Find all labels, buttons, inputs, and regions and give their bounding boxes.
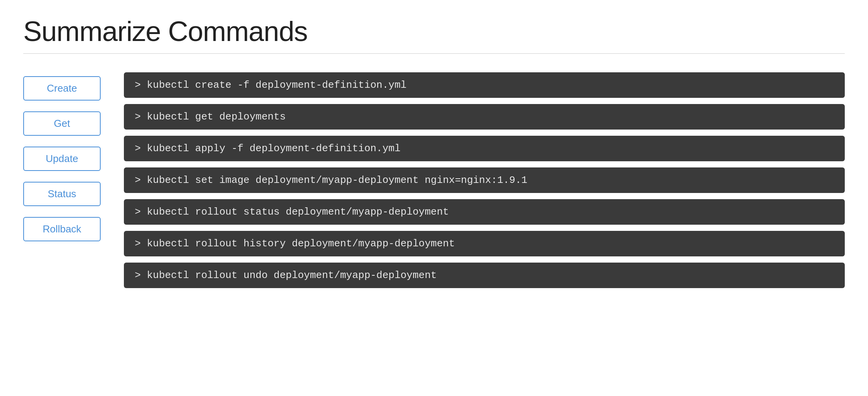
commands-layout: Create Get Update Status Rollback > kube… <box>23 72 845 288</box>
create-command: > kubectl create -f deployment-definitio… <box>124 72 845 98</box>
update-button[interactable]: Update <box>23 147 101 171</box>
get-button[interactable]: Get <box>23 111 101 136</box>
rollback-button[interactable]: Rollback <box>23 217 101 241</box>
page-title: Summarize Commands <box>23 15 845 47</box>
title-divider <box>23 53 845 54</box>
update-command-2: > kubectl set image deployment/myapp-dep… <box>124 167 845 193</box>
status-command-2: > kubectl rollout history deployment/mya… <box>124 231 845 256</box>
commands-column: > kubectl create -f deployment-definitio… <box>124 72 845 288</box>
buttons-column: Create Get Update Status Rollback <box>23 72 101 241</box>
status-command-1: > kubectl rollout status deployment/myap… <box>124 199 845 225</box>
update-command-1: > kubectl apply -f deployment-definition… <box>124 136 845 161</box>
get-command: > kubectl get deployments <box>124 104 845 130</box>
status-button[interactable]: Status <box>23 182 101 206</box>
create-button[interactable]: Create <box>23 76 101 101</box>
rollback-command: > kubectl rollout undo deployment/myapp-… <box>124 263 845 288</box>
